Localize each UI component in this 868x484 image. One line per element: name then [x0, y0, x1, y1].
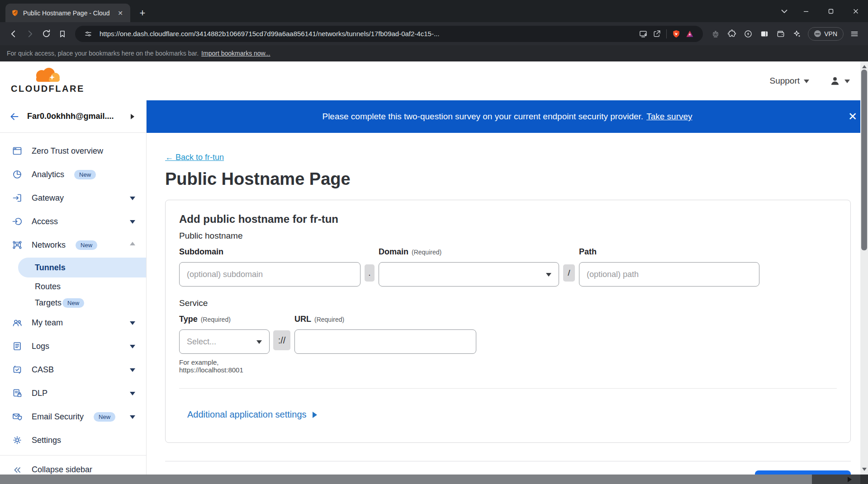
browser-toolbar: https://one.dash.cloudflare.com/3414882b…	[0, 22, 868, 45]
scroll-right-arrow-icon[interactable]	[848, 477, 854, 482]
sidebar-nav: Zero Trust overview Analytics New Gatewa…	[0, 133, 146, 455]
horizontal-scrollbar-thumb[interactable]	[0, 475, 812, 484]
forward-button[interactable]	[22, 26, 38, 42]
double-chevron-left-icon	[12, 465, 23, 475]
chevron-right-icon	[313, 412, 320, 418]
subdomain-input[interactable]	[179, 262, 360, 287]
share-icon[interactable]	[650, 27, 664, 41]
chevron-down-icon	[130, 220, 135, 226]
chevron-down-icon	[546, 273, 551, 279]
chevron-down-icon	[130, 197, 135, 203]
toolbar-divider	[666, 29, 667, 38]
vpn-status-icon	[814, 30, 821, 37]
reload-button[interactable]	[38, 26, 54, 42]
speedreader-icon[interactable]	[740, 26, 756, 42]
sidebar-account-row[interactable]: Far0.0okhhh@gmail....	[0, 100, 146, 133]
sidebar-item-settings[interactable]: Settings	[0, 428, 146, 452]
required-hint: (Required)	[201, 316, 231, 323]
sidebar-item-gateway[interactable]: Gateway	[0, 186, 146, 210]
service-section-label: Service	[179, 298, 837, 308]
card-divider	[179, 388, 837, 389]
scroll-up-arrow-icon[interactable]	[862, 63, 867, 68]
install-app-icon[interactable]	[636, 27, 650, 41]
vertical-scrollbar-thumb[interactable]	[861, 70, 867, 250]
service-url-input[interactable]	[294, 329, 476, 354]
sidebar-item-casb[interactable]: CASB	[0, 358, 146, 381]
cloudflare-wordmark: CLOUDFLARE	[11, 84, 85, 94]
leo-sparkle-icon[interactable]	[789, 26, 805, 42]
sidebar-item-dlp[interactable]: DLP	[0, 381, 146, 405]
sidebar-subitem-targets[interactable]: Targets New	[0, 295, 146, 311]
window-maximize-button[interactable]	[818, 0, 843, 22]
vpn-button[interactable]: VPN	[808, 27, 844, 41]
chevron-down-icon	[130, 368, 135, 375]
sidebar-subitem-label: Routes	[35, 282, 61, 291]
path-input[interactable]	[579, 262, 759, 287]
sidebar-item-networks[interactable]: Networks New	[0, 233, 146, 257]
support-menu[interactable]: Support	[769, 76, 809, 86]
banner-close-icon[interactable]: ✕	[848, 111, 857, 122]
bookmark-icon[interactable]	[54, 26, 71, 42]
sidebar-item-label: Email Security	[32, 412, 84, 422]
sidebar-item-label: Access	[32, 217, 58, 226]
window-close-button[interactable]	[843, 0, 868, 22]
additional-settings-toggle[interactable]: Additional application settings	[187, 409, 837, 420]
tab-title: Public Hostname Page - Cloud	[23, 9, 112, 17]
new-tab-button[interactable]: +	[135, 5, 150, 21]
sidebar-item-access[interactable]: Access	[0, 210, 146, 233]
bookmarks-bar: For quick access, place your bookmarks h…	[0, 45, 868, 61]
sidebar-item-my-team[interactable]: My team	[0, 311, 146, 334]
back-button[interactable]	[5, 26, 22, 42]
back-arrow-icon[interactable]	[9, 111, 20, 122]
take-survey-link[interactable]: Take survey	[646, 112, 692, 122]
cloudflare-logo[interactable]: CLOUDFLARE	[11, 66, 74, 95]
site-settings-tune-icon[interactable]	[81, 27, 95, 41]
domain-select[interactable]	[379, 262, 559, 287]
pie-chart-icon	[12, 169, 23, 180]
chevron-right-icon[interactable]	[131, 114, 137, 119]
sidebar-item-label: Settings	[32, 436, 61, 445]
sidebar-subitem-label: Tunnels	[35, 263, 66, 273]
url-text[interactable]: https://one.dash.cloudflare.com/3414882b…	[100, 30, 636, 38]
vertical-scrollbar[interactable]	[860, 61, 868, 475]
sidebar-item-label: DLP	[32, 389, 47, 398]
window-minimize-button[interactable]	[793, 0, 818, 22]
sidebar-item-analytics[interactable]: Analytics New	[0, 163, 146, 186]
chevron-up-icon	[130, 242, 135, 245]
type-select[interactable]: Select...	[179, 329, 270, 354]
public-hostname-section-label: Public hostname	[179, 231, 837, 241]
sidebar-item-zero-trust-overview[interactable]: Zero Trust overview	[0, 139, 146, 163]
sidebar-item-logs[interactable]: Logs	[0, 334, 146, 358]
dot-separator: .	[365, 264, 375, 282]
sidebar-subitem-tunnels[interactable]: Tunnels	[18, 258, 146, 277]
chevron-down-icon	[844, 80, 850, 86]
browser-tab[interactable]: Public Hostname Page - Cloud ✕	[5, 4, 130, 22]
wallet-icon[interactable]	[773, 26, 789, 42]
brave-shields-icon[interactable]	[669, 27, 683, 41]
back-to-tunnel-link[interactable]: ← Back to fr-tun	[165, 153, 224, 162]
add-hostname-card: Add public hostname for fr-tun Public ho…	[165, 200, 851, 443]
import-bookmarks-link[interactable]: Import bookmarks now...	[201, 50, 270, 57]
sidebar-toggle-icon[interactable]	[756, 26, 773, 42]
collapse-sidebar-label: Collapse sidebar	[32, 465, 92, 475]
extensions-puzzle-icon[interactable]	[724, 26, 740, 42]
scroll-down-arrow-icon[interactable]	[862, 468, 867, 473]
path-label: Path	[579, 247, 759, 257]
url-bar[interactable]: https://one.dash.cloudflare.com/3414882b…	[75, 26, 703, 42]
tab-favicon-shield-icon	[11, 9, 19, 17]
type-label: Type(Required)	[179, 315, 270, 324]
horizontal-scrollbar[interactable]	[0, 475, 868, 484]
tab-close-icon[interactable]: ✕	[116, 9, 125, 17]
brave-rewards-icon[interactable]	[683, 27, 697, 41]
email-security-icon	[12, 411, 23, 422]
subdomain-label: Subdomain	[179, 247, 360, 257]
tab-search-chevron-icon[interactable]	[775, 9, 793, 13]
new-badge: New	[76, 240, 97, 250]
menu-hamburger-icon[interactable]	[846, 26, 863, 42]
account-menu[interactable]	[829, 75, 850, 87]
sidebar-item-email-security[interactable]: Email Security New	[0, 405, 146, 428]
page-title: Public Hostname Page	[165, 169, 868, 189]
domain-label: Domain(Required)	[379, 247, 559, 257]
leo-ai-icon[interactable]	[707, 26, 724, 42]
sidebar-subitem-routes[interactable]: Routes	[0, 278, 146, 295]
